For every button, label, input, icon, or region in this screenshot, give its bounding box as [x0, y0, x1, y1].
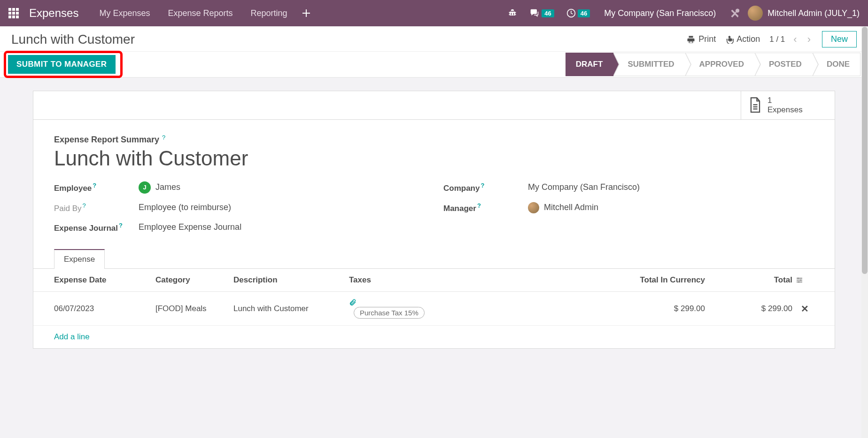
avatar [748, 6, 763, 21]
file-icon [749, 97, 762, 113]
value-paid-by[interactable]: Employee (to reimburse) [139, 203, 231, 212]
manager-avatar [528, 202, 539, 213]
value-journal[interactable]: Employee Expense Journal [139, 222, 241, 232]
help-icon[interactable]: ? [119, 222, 123, 229]
svg-point-3 [800, 280, 801, 281]
label-journal: Expense Journal? [54, 222, 139, 233]
submit-to-manager-button[interactable]: SUBMIT TO MANAGER [8, 55, 116, 74]
form-sheet: 1 Expenses Expense Report Summary ? Lunc… [33, 91, 835, 349]
nav-reporting[interactable]: Reporting [244, 5, 294, 22]
apps-icon[interactable] [8, 8, 19, 18]
svg-point-1 [728, 36, 731, 38]
help-icon[interactable]: ? [93, 182, 96, 189]
activity-badge: 46 [578, 9, 590, 17]
highlight-box: SUBMIT TO MANAGER [4, 51, 123, 78]
cell-category: [FOOD] Meals [155, 304, 231, 313]
activity-icon[interactable]: 46 [563, 6, 594, 21]
col-category[interactable]: Category [155, 275, 231, 285]
module-brand[interactable]: Expenses [29, 7, 78, 20]
svg-point-4 [798, 282, 799, 283]
control-panel: Lunch with Customer Print Action 1 / 1 ‹… [0, 26, 868, 52]
expense-table: Expense Date Category Description Taxes … [33, 268, 835, 348]
pager-prev-icon[interactable]: ‹ [791, 33, 798, 46]
cell-total: $ 299.00 [708, 304, 792, 313]
columns-options-icon[interactable] [795, 276, 814, 284]
status-step-draft[interactable]: DRAFT [566, 53, 614, 76]
nav-my-expenses[interactable]: My Expenses [93, 5, 156, 22]
new-button[interactable]: New [822, 31, 857, 47]
discuss-badge: 46 [542, 9, 554, 17]
tab-expense[interactable]: Expense [54, 249, 105, 269]
stat-label: Expenses [767, 105, 803, 115]
pager-next-icon[interactable]: › [806, 33, 813, 46]
status-step-done[interactable]: DONE [813, 53, 860, 76]
status-step-posted[interactable]: POSTED [755, 53, 813, 76]
cell-description: Lunch with Customer [233, 304, 346, 313]
col-taxes[interactable]: Taxes [349, 275, 608, 285]
scrollbar[interactable] [861, 26, 868, 362]
label-manager: Manager? [443, 202, 528, 213]
col-description[interactable]: Description [233, 275, 346, 285]
status-step-approved[interactable]: APPROVED [685, 53, 755, 76]
company-selector[interactable]: My Company (San Francisco) [598, 8, 721, 18]
value-company[interactable]: My Company (San Francisco) [528, 182, 640, 192]
employee-avatar: J [139, 181, 151, 194]
add-line-link[interactable]: Add a line [33, 326, 835, 348]
col-total[interactable]: Total [708, 275, 792, 285]
table-row[interactable]: 06/07/2023 [FOOD] Meals Lunch with Custo… [33, 292, 835, 326]
stat-count: 1 [767, 96, 803, 105]
nav-new-icon[interactable] [299, 7, 314, 20]
help-icon[interactable]: ? [477, 202, 481, 209]
label-paid-by: Paid By? [54, 202, 139, 213]
cell-total-currency: $ 299.00 [611, 304, 705, 313]
pager: 1 / 1 ‹ › [769, 33, 813, 46]
print-label: Print [698, 34, 716, 44]
value-manager[interactable]: Mitchell Admin [528, 202, 598, 213]
stat-expenses-button[interactable]: 1 Expenses [741, 91, 835, 119]
action-label: Action [736, 34, 760, 44]
cell-taxes: Purchase Tax 15% [349, 298, 608, 319]
cell-date: 06/07/2023 [54, 304, 153, 313]
scrollbar-thumb[interactable] [862, 27, 868, 274]
record-title[interactable]: Lunch with Customer [54, 147, 814, 170]
print-action[interactable]: Print [686, 34, 716, 44]
attachment-icon[interactable] [349, 298, 608, 307]
value-employee[interactable]: J James [139, 181, 180, 194]
tax-tag[interactable]: Purchase Tax 15% [354, 307, 425, 319]
delete-row-icon[interactable]: ✕ [795, 303, 814, 314]
summary-label: Expense Report Summary [54, 135, 159, 144]
status-steps: DRAFT SUBMITTED APPROVED POSTED DONE [566, 53, 860, 76]
help-icon[interactable]: ? [480, 182, 484, 189]
stat-buttons-row: 1 Expenses [33, 91, 835, 120]
pager-value[interactable]: 1 / 1 [769, 35, 785, 44]
nav-expense-reports[interactable]: Expense Reports [161, 5, 239, 22]
action-menu[interactable]: Action [725, 34, 760, 44]
tools-icon[interactable] [726, 6, 743, 21]
breadcrumb-title: Lunch with Customer [11, 32, 135, 47]
status-step-submitted[interactable]: SUBMITTED [613, 53, 685, 76]
help-icon[interactable]: ? [162, 134, 165, 141]
table-header: Expense Date Category Description Taxes … [33, 269, 835, 292]
debug-icon[interactable] [504, 6, 521, 21]
status-bar: SUBMIT TO MANAGER DRAFT SUBMITTED APPROV… [0, 52, 868, 78]
help-icon[interactable]: ? [83, 202, 86, 209]
col-date[interactable]: Expense Date [54, 275, 153, 285]
svg-point-2 [798, 278, 799, 279]
user-menu[interactable]: Mitchell Admin (JULY_1) [748, 6, 860, 21]
user-name: Mitchell Admin (JULY_1) [767, 8, 860, 18]
top-nav: Expenses My Expenses Expense Reports Rep… [0, 0, 868, 26]
discuss-icon[interactable]: 46 [526, 6, 558, 21]
label-company: Company? [443, 182, 528, 193]
label-employee: Employee? [54, 182, 139, 193]
col-total-currency[interactable]: Total In Currency [611, 275, 705, 285]
